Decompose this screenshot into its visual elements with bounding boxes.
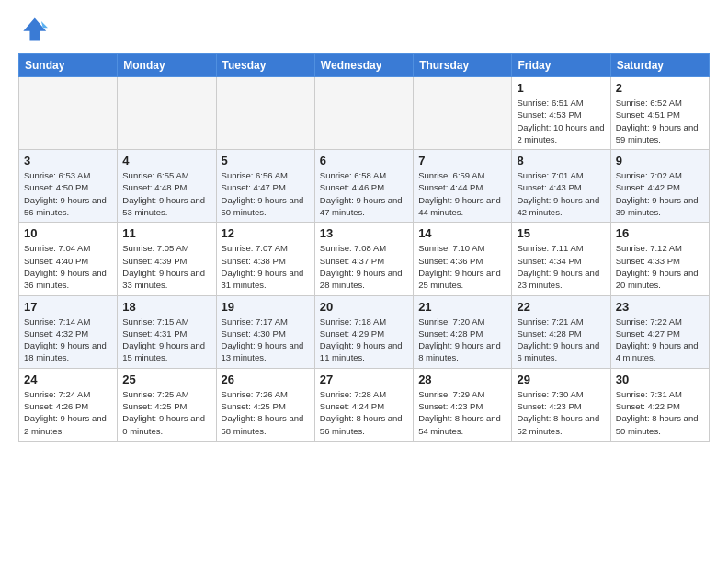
- day-detail: Sunrise: 7:15 AMSunset: 4:31 PMDaylight:…: [122, 316, 210, 364]
- day-number: 14: [418, 226, 506, 240]
- day-detail: Sunrise: 7:10 AMSunset: 4:36 PMDaylight:…: [418, 242, 506, 291]
- calendar-cell: 10Sunrise: 7:04 AMSunset: 4:40 PMDayligh…: [19, 223, 118, 295]
- col-header-friday: Friday: [512, 54, 610, 77]
- calendar-cell: 22Sunrise: 7:21 AMSunset: 4:28 PMDayligh…: [512, 295, 610, 368]
- day-number: 23: [616, 300, 704, 314]
- calendar-cell: 23Sunrise: 7:22 AMSunset: 4:27 PMDayligh…: [610, 295, 709, 368]
- day-detail: Sunrise: 7:18 AMSunset: 4:29 PMDaylight:…: [320, 316, 408, 364]
- calendar-table: SundayMondayTuesdayWednesdayThursdayFrid…: [18, 53, 710, 442]
- day-number: 4: [122, 154, 210, 167]
- day-number: 30: [616, 373, 704, 386]
- col-header-monday: Monday: [118, 54, 216, 77]
- day-number: 9: [616, 154, 704, 167]
- header: [18, 15, 710, 44]
- calendar-cell: 4Sunrise: 6:55 AMSunset: 4:48 PMDaylight…: [118, 150, 216, 223]
- logo-icon: [18, 15, 48, 44]
- calendar-week-5: 24Sunrise: 7:24 AMSunset: 4:26 PMDayligh…: [19, 368, 710, 441]
- day-number: 29: [517, 373, 605, 386]
- day-detail: Sunrise: 7:05 AMSunset: 4:39 PMDaylight:…: [122, 242, 210, 291]
- day-detail: Sunrise: 7:11 AMSunset: 4:34 PMDaylight:…: [517, 242, 605, 291]
- calendar-week-3: 10Sunrise: 7:04 AMSunset: 4:40 PMDayligh…: [19, 223, 710, 295]
- svg-marker-0: [23, 18, 46, 41]
- calendar-cell: 24Sunrise: 7:24 AMSunset: 4:26 PMDayligh…: [19, 368, 118, 441]
- col-header-thursday: Thursday: [414, 54, 512, 77]
- day-detail: Sunrise: 7:29 AMSunset: 4:23 PMDaylight:…: [418, 388, 506, 437]
- col-header-wednesday: Wednesday: [314, 54, 413, 77]
- calendar-week-4: 17Sunrise: 7:14 AMSunset: 4:32 PMDayligh…: [19, 295, 710, 368]
- day-detail: Sunrise: 7:26 AMSunset: 4:25 PMDaylight:…: [222, 388, 310, 437]
- day-detail: Sunrise: 7:24 AMSunset: 4:26 PMDaylight:…: [24, 388, 112, 437]
- day-detail: Sunrise: 6:52 AMSunset: 4:51 PMDaylight:…: [616, 97, 704, 145]
- day-number: 3: [24, 154, 112, 167]
- day-detail: Sunrise: 7:14 AMSunset: 4:32 PMDaylight:…: [24, 316, 112, 364]
- day-detail: Sunrise: 7:17 AMSunset: 4:30 PMDaylight:…: [222, 316, 310, 364]
- day-number: 27: [320, 373, 408, 386]
- calendar-cell: 7Sunrise: 6:59 AMSunset: 4:44 PMDaylight…: [414, 150, 512, 223]
- day-detail: Sunrise: 7:02 AMSunset: 4:42 PMDaylight:…: [616, 169, 704, 218]
- day-number: 13: [320, 226, 408, 240]
- day-detail: Sunrise: 7:25 AMSunset: 4:25 PMDaylight:…: [122, 388, 210, 437]
- calendar-cell: 13Sunrise: 7:08 AMSunset: 4:37 PMDayligh…: [314, 223, 413, 295]
- day-number: 25: [122, 373, 210, 386]
- day-number: 18: [122, 300, 210, 314]
- calendar-cell: 11Sunrise: 7:05 AMSunset: 4:39 PMDayligh…: [118, 223, 216, 295]
- day-detail: Sunrise: 6:58 AMSunset: 4:46 PMDaylight:…: [320, 169, 408, 218]
- calendar-cell: 3Sunrise: 6:53 AMSunset: 4:50 PMDaylight…: [19, 150, 118, 223]
- day-number: 22: [517, 300, 605, 314]
- day-number: 15: [517, 226, 605, 240]
- calendar-cell: 30Sunrise: 7:31 AMSunset: 4:22 PMDayligh…: [610, 368, 709, 441]
- day-number: 17: [24, 300, 112, 314]
- day-detail: Sunrise: 7:31 AMSunset: 4:22 PMDaylight:…: [616, 388, 704, 437]
- day-detail: Sunrise: 7:01 AMSunset: 4:43 PMDaylight:…: [517, 169, 605, 218]
- calendar-cell: [216, 77, 314, 150]
- day-detail: Sunrise: 6:51 AMSunset: 4:53 PMDaylight:…: [517, 97, 605, 145]
- calendar-cell: 5Sunrise: 6:56 AMSunset: 4:47 PMDaylight…: [216, 150, 314, 223]
- day-number: 1: [517, 81, 605, 95]
- calendar-cell: 16Sunrise: 7:12 AMSunset: 4:33 PMDayligh…: [610, 223, 709, 295]
- calendar-cell: 20Sunrise: 7:18 AMSunset: 4:29 PMDayligh…: [314, 295, 413, 368]
- day-number: 28: [418, 373, 506, 386]
- day-number: 6: [320, 154, 408, 167]
- page: SundayMondayTuesdayWednesdayThursdayFrid…: [0, 0, 728, 563]
- day-detail: Sunrise: 6:59 AMSunset: 4:44 PMDaylight:…: [418, 169, 506, 218]
- calendar-header-row: SundayMondayTuesdayWednesdayThursdayFrid…: [19, 54, 710, 77]
- calendar-cell: 14Sunrise: 7:10 AMSunset: 4:36 PMDayligh…: [414, 223, 512, 295]
- day-number: 26: [222, 373, 310, 386]
- day-detail: Sunrise: 6:53 AMSunset: 4:50 PMDaylight:…: [24, 169, 112, 218]
- calendar-cell: 26Sunrise: 7:26 AMSunset: 4:25 PMDayligh…: [216, 368, 314, 441]
- calendar-cell: 25Sunrise: 7:25 AMSunset: 4:25 PMDayligh…: [118, 368, 216, 441]
- day-detail: Sunrise: 6:56 AMSunset: 4:47 PMDaylight:…: [222, 169, 310, 218]
- calendar-cell: 6Sunrise: 6:58 AMSunset: 4:46 PMDaylight…: [314, 150, 413, 223]
- col-header-sunday: Sunday: [19, 54, 118, 77]
- day-detail: Sunrise: 7:22 AMSunset: 4:27 PMDaylight:…: [616, 316, 704, 364]
- calendar-cell: 2Sunrise: 6:52 AMSunset: 4:51 PMDaylight…: [610, 77, 709, 150]
- day-detail: Sunrise: 7:08 AMSunset: 4:37 PMDaylight:…: [320, 242, 408, 291]
- calendar-cell: [19, 77, 118, 150]
- calendar-cell: 18Sunrise: 7:15 AMSunset: 4:31 PMDayligh…: [118, 295, 216, 368]
- calendar-cell: 21Sunrise: 7:20 AMSunset: 4:28 PMDayligh…: [414, 295, 512, 368]
- col-header-tuesday: Tuesday: [216, 54, 314, 77]
- day-number: 21: [418, 300, 506, 314]
- calendar-cell: 9Sunrise: 7:02 AMSunset: 4:42 PMDaylight…: [610, 150, 709, 223]
- calendar-cell: [414, 77, 512, 150]
- calendar-cell: 1Sunrise: 6:51 AMSunset: 4:53 PMDaylight…: [512, 77, 610, 150]
- col-header-saturday: Saturday: [610, 54, 709, 77]
- calendar-week-1: 1Sunrise: 6:51 AMSunset: 4:53 PMDaylight…: [19, 77, 710, 150]
- day-number: 10: [24, 226, 112, 240]
- calendar-cell: 15Sunrise: 7:11 AMSunset: 4:34 PMDayligh…: [512, 223, 610, 295]
- day-number: 16: [616, 226, 704, 240]
- calendar-cell: 27Sunrise: 7:28 AMSunset: 4:24 PMDayligh…: [314, 368, 413, 441]
- day-number: 2: [616, 81, 704, 95]
- day-number: 7: [418, 154, 506, 167]
- day-number: 5: [222, 154, 310, 167]
- day-detail: Sunrise: 7:28 AMSunset: 4:24 PMDaylight:…: [320, 388, 408, 437]
- day-number: 11: [122, 226, 210, 240]
- day-detail: Sunrise: 7:30 AMSunset: 4:23 PMDaylight:…: [517, 388, 605, 437]
- calendar-cell: 12Sunrise: 7:07 AMSunset: 4:38 PMDayligh…: [216, 223, 314, 295]
- day-detail: Sunrise: 7:12 AMSunset: 4:33 PMDaylight:…: [616, 242, 704, 291]
- calendar-cell: 8Sunrise: 7:01 AMSunset: 4:43 PMDaylight…: [512, 150, 610, 223]
- day-detail: Sunrise: 7:20 AMSunset: 4:28 PMDaylight:…: [418, 316, 506, 364]
- calendar-cell: 28Sunrise: 7:29 AMSunset: 4:23 PMDayligh…: [414, 368, 512, 441]
- day-number: 8: [517, 154, 605, 167]
- calendar-cell: 19Sunrise: 7:17 AMSunset: 4:30 PMDayligh…: [216, 295, 314, 368]
